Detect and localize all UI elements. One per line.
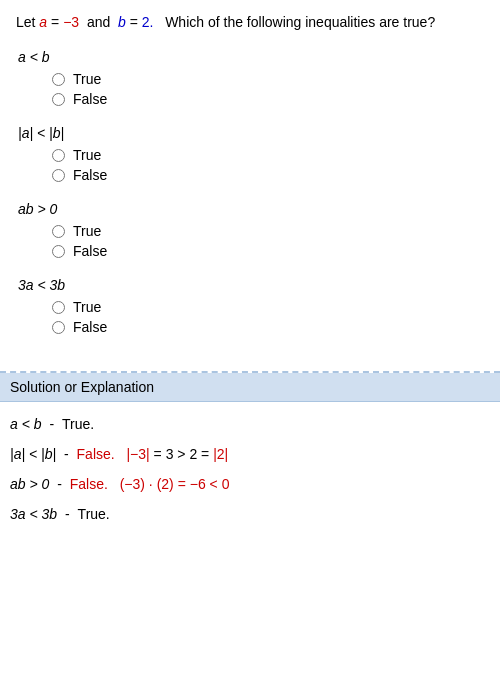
question-area: Let a = −3 and b = 2. Which of the follo… bbox=[0, 0, 500, 361]
solution-line-2: |a| < |b| - False. |−3| = 3 > 2 = |2| bbox=[10, 440, 490, 468]
radio-true-3[interactable]: True bbox=[52, 223, 484, 239]
inequality-block-1: a < b True False bbox=[16, 49, 484, 107]
sol-dash-1: - bbox=[46, 410, 58, 438]
radio-false-2[interactable]: False bbox=[52, 167, 484, 183]
var-a: a bbox=[39, 14, 47, 30]
sol-explanation-2: |−3| = 3 > 2 = |2| bbox=[119, 440, 229, 468]
sol-verdict-3: False. bbox=[70, 470, 108, 498]
solution-line-1: a < b - True. bbox=[10, 410, 490, 438]
radio-input-false-1[interactable] bbox=[52, 93, 65, 106]
inequality-block-3: ab > 0 True False bbox=[16, 201, 484, 259]
radio-true-1[interactable]: True bbox=[52, 71, 484, 87]
radio-input-true-2[interactable] bbox=[52, 149, 65, 162]
radio-label-false-2: False bbox=[73, 167, 107, 183]
solution-header-text: Solution or Explanation bbox=[10, 379, 154, 395]
prompt-text: Which of the following inequalities are … bbox=[165, 14, 435, 30]
sol-verdict-2: False. bbox=[77, 440, 115, 468]
solution-header: Solution or Explanation bbox=[0, 373, 500, 402]
radio-true-2[interactable]: True bbox=[52, 147, 484, 163]
question-text: Let a = −3 and b = 2. Which of the follo… bbox=[16, 12, 484, 33]
radio-true-4[interactable]: True bbox=[52, 299, 484, 315]
radio-false-4[interactable]: False bbox=[52, 319, 484, 335]
sol-dash-2: - bbox=[60, 440, 72, 468]
radio-label-true-4: True bbox=[73, 299, 101, 315]
solution-line-4: 3a < 3b - True. bbox=[10, 500, 490, 528]
inequality-label-3: ab > 0 bbox=[18, 201, 484, 217]
radio-input-true-3[interactable] bbox=[52, 225, 65, 238]
sol-dash-4: - bbox=[61, 500, 73, 528]
sol-verdict-4: True. bbox=[78, 500, 110, 528]
inequality-label-2: |a| < |b| bbox=[18, 125, 484, 141]
b-value: 2. bbox=[142, 14, 154, 30]
radio-input-false-3[interactable] bbox=[52, 245, 65, 258]
radio-label-false-3: False bbox=[73, 243, 107, 259]
sol-expr-1: a < b bbox=[10, 410, 42, 438]
radio-label-false-4: False bbox=[73, 319, 107, 335]
radio-input-true-1[interactable] bbox=[52, 73, 65, 86]
sol-dash-3: - bbox=[53, 470, 65, 498]
radio-false-3[interactable]: False bbox=[52, 243, 484, 259]
solution-line-3: ab > 0 - False. (−3) · (2) = −6 < 0 bbox=[10, 470, 490, 498]
sol-expr-4: 3a < 3b bbox=[10, 500, 57, 528]
inequality-block-4: 3a < 3b True False bbox=[16, 277, 484, 335]
inequality-label-4: 3a < 3b bbox=[18, 277, 484, 293]
radio-label-true-1: True bbox=[73, 71, 101, 87]
radio-input-true-4[interactable] bbox=[52, 301, 65, 314]
radio-input-false-4[interactable] bbox=[52, 321, 65, 334]
var-b: b bbox=[118, 14, 126, 30]
sol-verdict-1: True. bbox=[62, 410, 94, 438]
sol-expr-2: |a| < |b| bbox=[10, 440, 56, 468]
a-value: −3 bbox=[63, 14, 79, 30]
sol-expr-3: ab > 0 bbox=[10, 470, 49, 498]
radio-label-true-2: True bbox=[73, 147, 101, 163]
radio-false-1[interactable]: False bbox=[52, 91, 484, 107]
solution-body: a < b - True. |a| < |b| - False. |−3| = … bbox=[0, 402, 500, 538]
radio-input-false-2[interactable] bbox=[52, 169, 65, 182]
sol-explanation-3: (−3) · (2) = −6 < 0 bbox=[112, 470, 230, 498]
radio-label-true-3: True bbox=[73, 223, 101, 239]
radio-label-false-1: False bbox=[73, 91, 107, 107]
inequality-block-2: |a| < |b| True False bbox=[16, 125, 484, 183]
solution-section: Solution or Explanation a < b - True. |a… bbox=[0, 371, 500, 538]
connector: and bbox=[87, 14, 110, 30]
inequality-label-1: a < b bbox=[18, 49, 484, 65]
